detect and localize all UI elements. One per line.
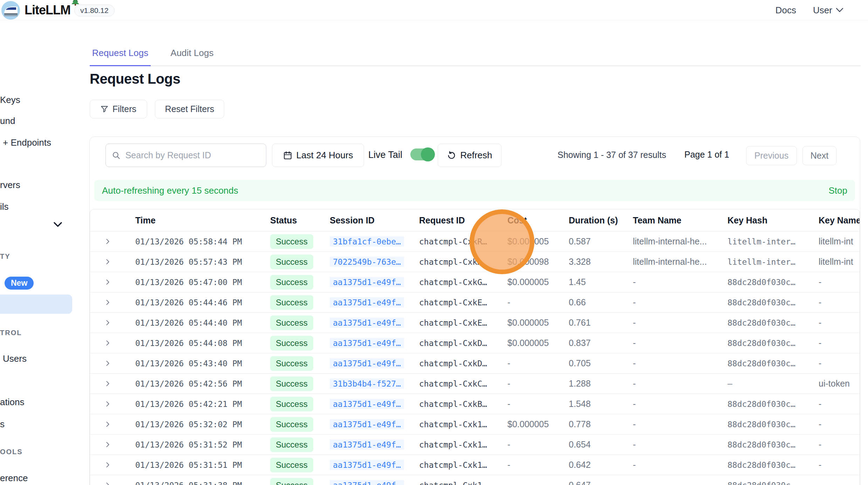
- time-range-button[interactable]: Last 24 Hours: [272, 144, 364, 167]
- search-input[interactable]: [125, 150, 260, 160]
- table-row[interactable]: 01/13/2026 05:31:38 PMSuccessaa1375d1-e4…: [90, 475, 860, 485]
- expand-row-icon[interactable]: [105, 279, 111, 285]
- table-row[interactable]: 01/13/2026 05:44:08 PMSuccessaa1375d1-e4…: [90, 333, 860, 353]
- previous-page-button[interactable]: Previous: [746, 146, 797, 165]
- filters-button[interactable]: Filters: [90, 100, 147, 118]
- session-id-link[interactable]: aa1375d1-e49f…: [330, 480, 404, 485]
- brand-title: LiteLLM: [25, 3, 70, 18]
- reset-filters-button[interactable]: Reset Filters: [155, 100, 224, 118]
- expand-row-icon[interactable]: [105, 462, 111, 468]
- cell-team-name: -: [624, 358, 719, 368]
- cell-key-name: litellm-int: [810, 257, 860, 267]
- cell-request-id: chatcmpl-CxkE…: [411, 318, 499, 327]
- expand-row-icon[interactable]: [105, 259, 111, 265]
- refresh-button[interactable]: Refresh: [438, 144, 501, 167]
- table-row[interactable]: 01/13/2026 05:31:52 PMSuccessaa1375d1-e4…: [90, 434, 860, 455]
- cell-duration: 0.705: [560, 358, 624, 368]
- cell-request-id: chatcmpl-Cxk1…: [411, 460, 499, 470]
- session-id-link[interactable]: 7022549b-763e…: [330, 257, 404, 267]
- session-id-link[interactable]: aa1375d1-e49f…: [330, 460, 404, 470]
- status-badge: Success: [270, 255, 313, 269]
- cell-time: 01/13/2026 05:57:43 PM: [127, 257, 262, 266]
- cell-duration: 1.45: [560, 277, 624, 287]
- expand-row-icon[interactable]: [105, 238, 111, 244]
- sidebar-item-users[interactable]: Users: [3, 353, 27, 364]
- expand-row-icon[interactable]: [105, 299, 111, 305]
- cell-cost: $0.000005: [499, 338, 560, 348]
- time-range-label: Last 24 Hours: [296, 150, 353, 161]
- table-row[interactable]: 01/13/2026 05:43:40 PMSuccessaa1375d1-e4…: [90, 353, 860, 373]
- cell-cost: -: [499, 399, 560, 409]
- cell-duration: 1.548: [560, 399, 624, 409]
- status-badge: Success: [270, 437, 313, 452]
- sidebar-item-erence[interactable]: erence: [0, 473, 28, 484]
- cell-request-id: chatcmpl-CxkD…: [411, 339, 499, 348]
- expand-row-icon[interactable]: [105, 401, 111, 407]
- table-row[interactable]: 01/13/2026 05:42:56 PMSuccess31b3b4b4-f5…: [90, 373, 860, 394]
- cell-key-name: -: [810, 460, 860, 470]
- expand-row-icon[interactable]: [105, 340, 111, 346]
- expand-row-icon[interactable]: [105, 360, 111, 366]
- sidebar-item-s[interactable]: s: [0, 419, 5, 430]
- table-row[interactable]: 01/13/2026 05:44:40 PMSuccessaa1375d1-e4…: [90, 312, 860, 333]
- session-id-link[interactable]: aa1375d1-e49f…: [330, 338, 404, 348]
- search-box[interactable]: [105, 144, 266, 167]
- next-page-button[interactable]: Next: [802, 146, 836, 165]
- expand-row-icon[interactable]: [105, 320, 111, 326]
- session-id-link[interactable]: aa1375d1-e49f…: [330, 277, 404, 287]
- expand-row-icon[interactable]: [105, 442, 111, 448]
- status-badge: Success: [270, 458, 313, 472]
- sidebar-item-selected[interactable]: [0, 295, 72, 314]
- sidebar-collapse-chevron-icon[interactable]: [53, 222, 62, 229]
- cell-request-id: chatcmpl-Cxk1…: [411, 440, 499, 449]
- cell-duration: 0.837: [560, 338, 624, 348]
- expand-row-icon[interactable]: [105, 421, 111, 427]
- session-id-link[interactable]: aa1375d1-e49f…: [330, 419, 404, 429]
- session-id-link[interactable]: aa1375d1-e49f…: [330, 297, 404, 307]
- sidebar-item-und[interactable]: und: [0, 116, 15, 126]
- user-menu[interactable]: User: [813, 5, 843, 16]
- sidebar-item-keys[interactable]: Keys: [0, 95, 20, 105]
- table-row[interactable]: 01/13/2026 05:32:02 PMSuccessaa1375d1-e4…: [90, 414, 860, 434]
- stop-auto-refresh-link[interactable]: Stop: [829, 185, 848, 196]
- cell-request-id: chatcmpl-Cxk1…: [411, 420, 499, 429]
- litellm-logo[interactable]: [1, 1, 20, 20]
- docs-link[interactable]: Docs: [775, 5, 796, 16]
- chevron-down-icon: [836, 8, 843, 13]
- sidebar-item-ils[interactable]: ils: [0, 201, 9, 212]
- column-header: Status: [262, 215, 321, 226]
- table-row[interactable]: 01/13/2026 05:42:21 PMSuccessaa1375d1-e4…: [90, 394, 860, 414]
- table-row[interactable]: 01/13/2026 05:44:46 PMSuccessaa1375d1-e4…: [90, 292, 860, 312]
- cell-key-hash: –: [719, 379, 810, 388]
- cell-cost: -: [499, 297, 560, 307]
- calendar-icon: [283, 151, 292, 160]
- cell-cost: -: [499, 480, 560, 485]
- user-menu-label: User: [813, 5, 832, 16]
- logs-card: Last 24 Hours Live Tail Refresh Showing …: [89, 137, 860, 485]
- session-id-link[interactable]: aa1375d1-e49f…: [330, 399, 404, 409]
- session-id-link[interactable]: 31bfa1cf-0ebe…: [330, 236, 404, 247]
- session-id-link[interactable]: aa1375d1-e49f…: [330, 358, 404, 368]
- session-id-link[interactable]: aa1375d1-e49f…: [330, 318, 404, 328]
- cell-key-hash: 88dc28d0f030c…: [719, 298, 810, 307]
- expand-row-icon[interactable]: [105, 381, 111, 387]
- tab-request-logs[interactable]: Request Logs: [90, 44, 151, 66]
- auto-refresh-banner: Auto-refreshing every 15 seconds Stop: [94, 180, 855, 201]
- status-badge: Success: [270, 234, 313, 249]
- table-row[interactable]: 01/13/2026 05:31:51 PMSuccessaa1375d1-e4…: [90, 455, 860, 475]
- cell-request-id: chatcmpl-CxkG…: [411, 278, 499, 287]
- column-header: Team Name: [624, 215, 719, 226]
- cell-time: 01/13/2026 05:42:21 PM: [127, 400, 262, 409]
- sidebar-item-ations[interactable]: ations: [0, 397, 24, 408]
- table-row[interactable]: 01/13/2026 05:47:00 PMSuccessaa1375d1-e4…: [90, 272, 860, 292]
- expand-row-icon[interactable]: [105, 482, 111, 485]
- cell-key-name: -: [810, 338, 860, 348]
- refresh-icon: [447, 151, 456, 160]
- cell-time: 01/13/2026 05:44:40 PM: [127, 318, 262, 327]
- tab-audit-logs[interactable]: Audit Logs: [164, 44, 220, 66]
- session-id-link[interactable]: 31b3b4b4-f527…: [330, 379, 404, 389]
- sidebar-item-endpoints[interactable]: + Endpoints: [3, 137, 51, 148]
- session-id-link[interactable]: aa1375d1-e49f…: [330, 439, 404, 450]
- sidebar-item-rvers[interactable]: rvers: [0, 180, 20, 190]
- live-tail-toggle[interactable]: [410, 148, 433, 160]
